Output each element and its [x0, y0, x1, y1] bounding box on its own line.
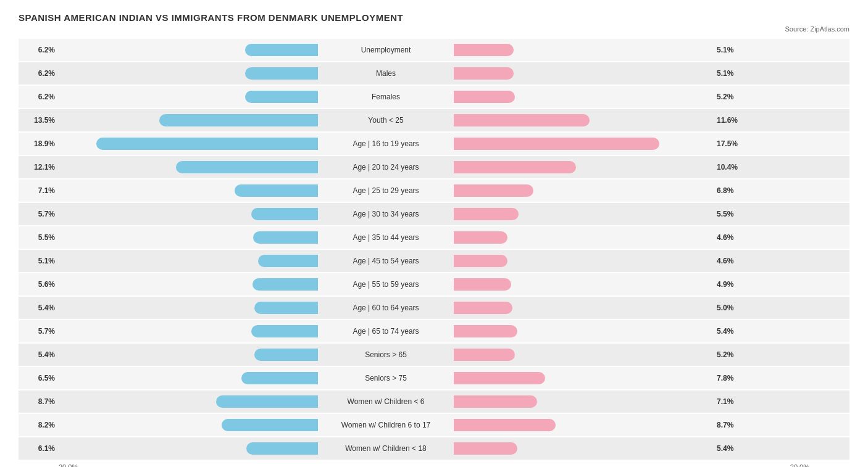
right-bar [454, 184, 533, 197]
right-value: 4.9% [713, 280, 747, 289]
left-bar-container [59, 138, 318, 150]
table-row: 7.1% Age | 25 to 29 years 6.8% [19, 180, 849, 202]
right-bar [454, 349, 515, 361]
table-row: 5.7% Age | 30 to 34 years 5.5% [19, 203, 849, 225]
right-bar [454, 231, 507, 244]
right-value: 10.4% [713, 163, 747, 172]
right-bar [454, 255, 507, 267]
row-label: Youth < 25 [318, 116, 454, 125]
right-value: 5.2% [713, 93, 747, 101]
left-value: 5.7% [25, 210, 59, 218]
left-bar [258, 255, 318, 267]
right-value: 5.4% [713, 327, 747, 336]
right-bar-container [454, 349, 713, 361]
left-value: 8.2% [25, 421, 59, 429]
left-bar [245, 91, 318, 103]
table-row: 5.6% Age | 55 to 59 years 4.9% [19, 273, 849, 295]
row-label: Age | 30 to 34 years [318, 210, 454, 218]
left-bar [96, 138, 318, 150]
right-bar-container [454, 184, 713, 197]
left-bar-container [59, 278, 318, 291]
right-bar [454, 395, 537, 408]
right-bar-container [454, 419, 713, 431]
left-bar-container [59, 302, 318, 314]
left-bar [252, 278, 318, 291]
left-bar-container [59, 255, 318, 267]
left-bar-container [59, 372, 318, 384]
chart-title: SPANISH AMERICAN INDIAN VS IMMIGRANTS FR… [19, 12, 849, 23]
right-value: 7.8% [713, 374, 747, 382]
right-value: 11.6% [713, 116, 747, 125]
left-bar-container [59, 442, 318, 455]
table-row: 8.2% Women w/ Children 6 to 17 8.7% [19, 414, 849, 436]
table-row: 5.4% Age | 60 to 64 years 5.0% [19, 297, 849, 319]
left-bar-container [59, 325, 318, 337]
right-value: 5.2% [713, 350, 747, 359]
right-value: 7.1% [713, 397, 747, 406]
right-bar-container [454, 161, 713, 173]
right-bar [454, 91, 515, 103]
table-row: 6.2% Males 5.1% [19, 62, 849, 85]
row-label: Age | 16 to 19 years [318, 139, 454, 148]
right-bar [454, 67, 514, 80]
row-label: Males [318, 69, 454, 78]
right-value: 5.4% [713, 444, 747, 453]
table-row: 5.1% Age | 45 to 54 years 4.6% [19, 250, 849, 272]
left-value: 18.9% [25, 139, 59, 148]
row-label: Age | 35 to 44 years [318, 233, 454, 242]
table-row: 18.9% Age | 16 to 19 years 17.5% [19, 133, 849, 155]
row-label: Age | 45 to 54 years [318, 257, 454, 265]
row-label: Women w/ Children 6 to 17 [318, 421, 454, 429]
right-bar-container [454, 255, 713, 267]
left-bar-container [59, 231, 318, 244]
right-bar-container [454, 372, 713, 384]
left-bar [251, 325, 318, 337]
right-bar-container [454, 395, 713, 408]
right-value: 5.0% [713, 304, 747, 312]
left-bar [216, 395, 318, 408]
row-label: Seniors > 65 [318, 350, 454, 359]
right-bar-container [454, 442, 713, 455]
right-bar [454, 419, 556, 431]
right-bar [454, 44, 514, 56]
table-row: 6.5% Seniors > 75 7.8% [19, 367, 849, 389]
table-row: 5.4% Seniors > 65 5.2% [19, 344, 849, 366]
left-bar [241, 372, 318, 384]
left-value: 5.4% [25, 350, 59, 359]
right-value: 4.6% [713, 257, 747, 265]
left-bar-container [59, 184, 318, 197]
left-bar [176, 161, 318, 173]
chart-area: 6.2% Unemployment 5.1% 6.2% Males [19, 39, 849, 460]
left-value: 13.5% [25, 116, 59, 125]
left-bar [245, 67, 318, 80]
row-label: Unemployment [318, 46, 454, 54]
right-bar-container [454, 278, 713, 291]
left-bar-container [59, 114, 318, 126]
left-value: 6.2% [25, 46, 59, 54]
right-bar [454, 302, 512, 314]
left-bar [235, 184, 318, 197]
chart-container: SPANISH AMERICAN INDIAN VS IMMIGRANTS FR… [0, 0, 868, 467]
table-row: 13.5% Youth < 25 11.6% [19, 109, 849, 131]
table-row: 6.2% Unemployment 5.1% [19, 39, 849, 61]
left-value: 5.5% [25, 233, 59, 242]
row-label: Women w/ Children < 18 [318, 444, 454, 453]
chart-source: Source: ZipAtlas.com [19, 25, 849, 33]
x-axis-left: 20.0% [59, 463, 78, 467]
right-bar [454, 114, 590, 126]
row-label: Seniors > 75 [318, 374, 454, 382]
left-value: 12.1% [25, 163, 59, 172]
right-value: 4.6% [713, 233, 747, 242]
right-bar [454, 372, 545, 384]
table-row: 12.1% Age | 20 to 24 years 10.4% [19, 156, 849, 178]
right-bar-container [454, 325, 713, 337]
right-bar [454, 278, 511, 291]
right-bar-container [454, 67, 713, 80]
table-row: 6.1% Women w/ Children < 18 5.4% [19, 437, 849, 460]
left-bar [245, 44, 318, 56]
left-value: 5.7% [25, 327, 59, 336]
left-value: 5.4% [25, 304, 59, 312]
left-bar [251, 208, 318, 220]
left-value: 5.1% [25, 257, 59, 265]
right-bar [454, 138, 659, 150]
